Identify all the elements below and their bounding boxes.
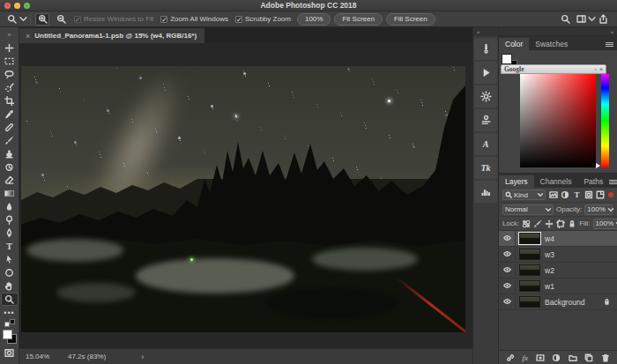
zoom-in-button[interactable] [35,13,49,26]
tk-actions-panel-button[interactable]: Tk [474,157,497,179]
layer-thumbnail[interactable] [519,280,540,292]
foreground-color-swatch[interactable] [502,54,512,64]
layer-row-w3[interactable]: w3 [499,247,617,263]
status-options-chevron[interactable]: › [141,353,144,361]
filter-kind-dropdown[interactable]: Kind [502,189,546,200]
zoom-100-button[interactable]: 100% [297,13,331,26]
opacity-dropdown[interactable]: 100% [584,204,613,215]
hue-slider-pointer[interactable] [596,163,600,168]
ellipse-tool[interactable] [1,266,19,279]
actions-panel-button[interactable] [474,62,497,84]
brush-tool[interactable] [1,134,19,147]
lock-position-button[interactable] [545,219,554,228]
zoom-all-windows-checkbox[interactable]: ✓Zoom All Windows [160,15,228,23]
google-minimize-icon[interactable]: ▫ [594,66,596,72]
delete-layer-button[interactable] [601,353,610,362]
workspace-switcher[interactable] [576,14,592,24]
document-tab[interactable]: × Untitled_Panorama1-1.psb @ 15% (w4, RG… [19,28,205,43]
new-group-button[interactable] [569,353,577,362]
new-layer-button[interactable] [584,353,593,362]
panels-collapse-button[interactable]: » [499,27,617,36]
fill-screen-button[interactable]: Fill Screen [386,13,435,26]
saturation-brightness-field[interactable] [520,74,596,167]
layer-row-w1[interactable]: w1 [499,279,617,294]
tab-paths[interactable]: Paths [577,175,609,188]
lock-artboard-button[interactable] [556,219,565,228]
dock-collapse-button[interactable]: « [473,27,498,36]
history-brush-tool[interactable] [1,160,19,174]
dodge-tool[interactable] [1,213,19,227]
tab-channels[interactable]: Channels [534,175,578,188]
quick-mask-button[interactable] [1,346,19,360]
pen-tool[interactable] [1,227,19,240]
canvas-image[interactable] [21,66,465,332]
character-panel-button[interactable] [474,109,497,131]
brushes-panel-button[interactable] [474,38,497,60]
toolbar-collapse-button[interactable]: » [0,27,19,41]
google-floating-window[interactable]: Google ▫ × [501,64,606,74]
layer-thumbnail[interactable] [519,249,540,260]
layer-thumbnail[interactable] [519,233,540,244]
panel-menu-icon[interactable] [609,180,617,188]
healing-brush-tool[interactable] [1,121,19,134]
layer-thumbnail[interactable] [519,296,540,308]
adjustments-panel-button[interactable] [474,85,497,108]
eraser-tool[interactable] [1,174,19,187]
zoom-out-button[interactable] [54,13,68,26]
tab-layers[interactable]: Layers [499,175,534,188]
layer-style-button[interactable]: fx [523,353,529,362]
tab-color[interactable]: Color [499,38,529,50]
type-tool[interactable]: T [1,240,19,253]
layer-visibility-toggle[interactable] [499,231,516,246]
share-icon[interactable] [598,14,608,24]
fit-screen-button[interactable]: Fit Screen [334,13,382,26]
blur-tool[interactable] [1,200,19,213]
layer-visibility-toggle[interactable] [499,294,516,309]
fill-dropdown[interactable]: 100% [593,219,617,229]
layer-visibility-toggle[interactable] [499,263,516,278]
hue-slider[interactable] [601,74,609,167]
crop-tool[interactable] [1,94,19,108]
filter-smart-objects-button[interactable] [596,190,605,200]
panel-menu-icon[interactable] [606,42,613,50]
gradient-tool[interactable] [1,187,19,200]
filter-shape-layers-button[interactable] [584,190,593,200]
edit-toolbar-button[interactable]: ••• [1,306,19,319]
filter-pixel-layers-button[interactable] [548,190,557,200]
layer-visibility-toggle[interactable] [499,279,516,293]
canvas-pasteboard[interactable] [19,43,472,348]
lock-image-button[interactable] [533,219,542,228]
eyedropper-tool[interactable] [1,108,19,121]
clone-stamp-tool[interactable] [1,147,19,160]
lock-transparency-button[interactable] [522,219,531,228]
layer-row-background[interactable]: Background [499,294,617,310]
lasso-tool[interactable] [1,68,19,81]
tool-preset-picker[interactable] [5,13,26,25]
scrubby-zoom-checkbox[interactable]: ✓Scrubby Zoom [235,15,291,23]
layer-thumbnail[interactable] [519,264,540,276]
new-adjustment-layer-button[interactable] [552,353,561,362]
google-close-icon[interactable]: × [599,66,603,72]
styles-panel-button[interactable]: A [474,133,497,155]
move-tool[interactable] [1,41,19,55]
status-zoom-level[interactable]: 15.04% [26,353,56,360]
tab-swatches[interactable]: Swatches [529,38,574,50]
default-colors-button[interactable] [4,319,15,328]
link-layers-button[interactable] [506,353,515,362]
zoom-tool[interactable] [1,293,19,306]
marquee-tool[interactable] [1,55,19,68]
layer-filtering-toggle[interactable] [608,192,613,197]
filter-type-layers-button[interactable]: T [572,190,581,200]
foreground-color-swatch[interactable] [3,330,12,339]
hand-tool[interactable] [1,279,19,293]
search-icon[interactable] [561,14,570,24]
close-tab-icon[interactable]: × [26,32,30,41]
blend-mode-dropdown[interactable]: Normal [502,204,554,215]
layer-row-w4[interactable]: w4 [499,231,617,247]
quick-selection-tool[interactable] [1,81,19,94]
layer-visibility-toggle[interactable] [499,247,516,262]
lock-all-button[interactable] [568,219,576,228]
path-selection-tool[interactable] [1,253,19,266]
histogram-panel-button[interactable] [474,181,497,203]
layer-row-w2[interactable]: w2 [499,263,617,279]
